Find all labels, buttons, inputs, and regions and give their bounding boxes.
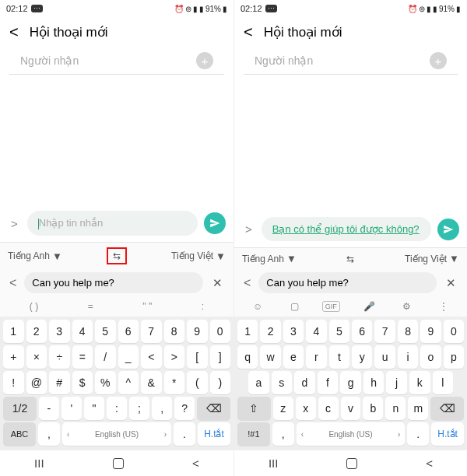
key[interactable]: _ — [118, 345, 139, 369]
comma-key[interactable]: , — [38, 422, 60, 446]
key[interactable]: 4 — [72, 320, 93, 343]
enter-key[interactable]: H.tắt — [198, 422, 230, 446]
sticker-icon[interactable]: ▢ — [286, 299, 304, 313]
mode-switch-key[interactable]: !#1 — [237, 422, 270, 446]
key[interactable]: g — [340, 371, 361, 394]
back-button[interactable]: < — [192, 457, 199, 470]
key[interactable]: ; — [129, 397, 149, 420]
settings-icon[interactable]: ⚙ — [398, 299, 416, 313]
add-recipient-button[interactable]: + — [430, 52, 447, 69]
clear-translate-icon[interactable]: ✕ — [441, 276, 461, 290]
suggestion[interactable]: ( ) — [25, 299, 43, 313]
back-button[interactable]: < — [426, 457, 433, 470]
translate-back-icon[interactable]: < — [241, 276, 254, 290]
period-key[interactable]: . — [174, 422, 195, 446]
key[interactable]: 8 — [164, 320, 185, 343]
key[interactable]: a — [248, 371, 269, 394]
key[interactable]: ' — [61, 397, 82, 420]
key[interactable]: 4 — [306, 320, 326, 343]
mode-switch-key[interactable]: ABC — [3, 422, 36, 446]
key[interactable]: ^ — [118, 371, 139, 394]
key[interactable]: 6 — [118, 320, 139, 343]
translate-back-icon[interactable]: < — [6, 276, 19, 290]
swap-languages-button[interactable]: ⇆ — [107, 247, 127, 264]
key[interactable]: / — [95, 345, 116, 369]
key[interactable]: 1 — [237, 320, 258, 343]
key[interactable]: c — [318, 397, 339, 420]
message-input[interactable]: Bạn có thể giúp tôi được không? — [262, 217, 431, 241]
symbol-page-key[interactable]: 1/2 — [3, 397, 37, 420]
expand-icon[interactable]: > — [8, 217, 21, 230]
key[interactable]: - — [39, 397, 59, 420]
key[interactable]: b — [363, 397, 383, 420]
message-input[interactable]: Nhập tin nhắn — [27, 211, 198, 236]
key[interactable]: o — [420, 345, 441, 369]
comma-key[interactable]: , — [272, 422, 294, 446]
key[interactable]: > — [164, 345, 185, 369]
backspace-key[interactable]: ⌫ — [430, 397, 464, 420]
key[interactable]: l — [433, 371, 454, 394]
source-language[interactable]: Tiếng Anh ▼ — [8, 250, 62, 262]
key[interactable]: [ — [187, 345, 208, 369]
key[interactable]: d — [294, 371, 315, 394]
key[interactable]: 9 — [187, 320, 208, 343]
gif-icon[interactable]: GIF — [322, 301, 340, 312]
key[interactable]: f — [318, 371, 339, 394]
key[interactable]: * — [164, 371, 185, 394]
key[interactable]: q — [237, 345, 258, 369]
key[interactable]: z — [273, 397, 293, 420]
voice-icon[interactable]: 🎤 — [359, 299, 380, 313]
key[interactable]: j — [386, 371, 407, 394]
swap-languages-button[interactable]: ⇆ — [346, 254, 354, 264]
key[interactable]: 0 — [210, 320, 231, 343]
key[interactable]: e — [283, 345, 304, 369]
key[interactable]: # — [49, 371, 70, 394]
key[interactable]: @ — [26, 371, 47, 394]
enter-key[interactable]: H.tắt — [431, 422, 464, 446]
target-language[interactable]: Tiếng Việt ▼ — [171, 250, 226, 262]
key[interactable]: 3 — [283, 320, 304, 343]
key[interactable]: ? — [174, 397, 195, 420]
key[interactable]: + — [3, 345, 24, 369]
key[interactable]: ( — [187, 371, 208, 394]
key[interactable]: 5 — [329, 320, 349, 343]
key[interactable]: 9 — [420, 320, 441, 343]
recipient-field[interactable]: Người nhận + — [9, 47, 224, 75]
key[interactable]: 2 — [26, 320, 47, 343]
key[interactable]: 8 — [398, 320, 418, 343]
home-button[interactable] — [346, 458, 357, 469]
add-recipient-button[interactable]: + — [196, 52, 213, 69]
key[interactable]: $ — [72, 371, 93, 394]
key[interactable]: ÷ — [49, 345, 70, 369]
key[interactable]: n — [385, 397, 406, 420]
back-icon[interactable]: < — [9, 23, 19, 41]
backspace-key[interactable]: ⌫ — [197, 397, 230, 420]
send-button[interactable] — [437, 219, 459, 240]
back-icon[interactable]: < — [244, 23, 253, 41]
key[interactable]: , — [152, 397, 172, 420]
key[interactable]: % — [95, 371, 116, 394]
key[interactable]: 6 — [352, 320, 372, 343]
key[interactable]: 0 — [444, 320, 464, 343]
key[interactable]: 3 — [49, 320, 70, 343]
key[interactable]: x — [296, 397, 316, 420]
key[interactable]: : — [107, 397, 127, 420]
source-language[interactable]: Tiếng Anh ▼ — [242, 253, 297, 264]
key[interactable]: r — [306, 345, 326, 369]
translate-input[interactable]: Can you help me? — [258, 272, 437, 293]
key[interactable]: < — [141, 345, 162, 369]
period-key[interactable]: . — [407, 422, 429, 446]
key[interactable]: m — [408, 397, 428, 420]
emoji-icon[interactable]: ☺ — [248, 299, 267, 313]
key[interactable]: ! — [3, 371, 24, 394]
suggestion[interactable]: = — [83, 299, 98, 313]
key[interactable]: 1 — [3, 320, 24, 343]
key[interactable]: p — [444, 345, 464, 369]
key[interactable]: 7 — [374, 320, 395, 343]
shift-key[interactable]: ⇧ — [237, 397, 271, 420]
home-button[interactable] — [113, 458, 124, 469]
key[interactable]: w — [260, 345, 280, 369]
spacebar-key[interactable]: ‹ English (US) › — [62, 422, 171, 446]
key[interactable]: ] — [210, 345, 231, 369]
key[interactable]: 5 — [95, 320, 116, 343]
